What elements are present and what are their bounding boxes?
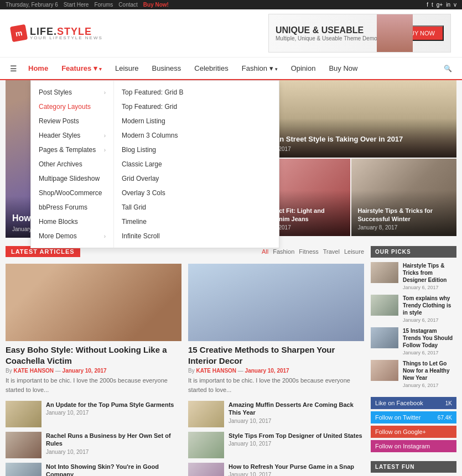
featured-article-2-author[interactable]: KATE HANSON [196, 368, 236, 374]
list-item-5-title[interactable]: Style Tips From Top Designer of United S… [229, 432, 364, 440]
our-picks-item-1-title[interactable]: Hairstyle Tips & Tricks from Designer Ed… [403, 262, 456, 284]
featured-article-2-image[interactable] [188, 264, 364, 341]
list-item-1-title[interactable]: An Update for the Top Puma Style Garment… [46, 401, 181, 409]
hero-br-article[interactable]: Hairstyle Tips & Tricks for Successful W… [351, 159, 457, 236]
dropdown-infinite-scroll[interactable]: Infinite Scroll [114, 229, 197, 243]
filter-travel[interactable]: Travel [323, 248, 340, 255]
our-picks-section: OUR PICKS Hairstyle Tips & Tricks from D… [371, 246, 456, 388]
filter-fitness[interactable]: Fitness [299, 248, 318, 255]
logo-icon: m [10, 24, 28, 42]
featured-article-2-meta: By KATE HANSON — January 10, 2017 [188, 368, 364, 374]
dropdown-top-featured-b[interactable]: Top Featured: Grid B [114, 85, 197, 100]
hero-br-title: Hairstyle Tips & Tricks for Successful W… [358, 207, 450, 223]
hamburger-menu[interactable]: ☰ [6, 59, 22, 79]
list-item-2-date: January 10, 2017 [46, 449, 181, 455]
article-list-col-1: An Update for the Top Puma Style Garment… [6, 401, 181, 476]
search-icon[interactable]: 🔍 [439, 60, 456, 77]
filter-fashion[interactable]: Fashion [273, 248, 294, 255]
dropdown-timeline[interactable]: Timeline [114, 215, 197, 229]
nav-home[interactable]: Home [22, 57, 55, 79]
main-left: LATEST ARTICLES All Fashion Fitness Trav… [6, 246, 364, 476]
top-bar-link-start[interactable]: Start Here [64, 2, 89, 8]
social-vk-icon[interactable]: v [454, 2, 456, 8]
nav-celebrities[interactable]: Celebrities [188, 57, 235, 79]
top-bar-link-contact[interactable]: Contact [118, 2, 137, 8]
dropdown-modern-3col[interactable]: Modern 3 Columns [114, 128, 197, 143]
list-item-1-thumb[interactable] [6, 401, 41, 427]
dropdown-more-demos[interactable]: More Demos› [31, 229, 113, 243]
list-item-2-thumb[interactable] [6, 432, 41, 458]
twitter-label: Follow on Twitter [375, 414, 421, 421]
social-in-icon[interactable]: in [446, 2, 450, 8]
featured-article-1-image[interactable] [6, 264, 181, 341]
dropdown-multipage[interactable]: Multipage Slideshow [31, 171, 113, 186]
dropdown-pages-templates[interactable]: Pages & Templates› [31, 143, 113, 157]
our-picks-thumb-4[interactable] [371, 360, 398, 381]
our-picks-thumb-1[interactable] [371, 262, 398, 283]
social-gp-icon[interactable]: g+ [437, 2, 443, 8]
instagram-follow-button[interactable]: Follow on Instagram [371, 440, 456, 452]
main-content: LATEST ARTICLES All Fashion Fitness Trav… [0, 238, 462, 476]
googleplus-follow-button[interactable]: Follow on Google+ [371, 426, 456, 438]
social-tw-icon[interactable]: t [432, 2, 433, 8]
hero-tr-title: American Street Style is Taking Over in … [251, 135, 450, 144]
dropdown-grid-overlay[interactable]: Grid Overlay [114, 171, 197, 186]
featured-article-1-author[interactable]: KATE HANSON [13, 368, 54, 374]
dropdown-tall-grid[interactable]: Tall Grid [114, 200, 197, 215]
banner-ad-title: UniQuE & USEABLE [276, 25, 380, 35]
top-bar-link-buynow[interactable]: Buy Now! [143, 2, 169, 8]
facebook-follow-button[interactable]: Like on Facebook 1K [371, 397, 456, 409]
our-picks-thumb-3[interactable] [371, 327, 398, 348]
dropdown-col-2: Top Featured: Grid B Top Featured: Grid … [114, 81, 197, 248]
facebook-count: 1K [445, 400, 452, 406]
nav-features[interactable]: Features ▾ [55, 57, 108, 79]
banner-ad: UniQuE & USEABLE Multiple, Unique & Usea… [268, 14, 451, 53]
list-item-6-title[interactable]: How to Refresh Your Purse Game in a Snap [229, 463, 364, 470]
dropdown-blog-listing[interactable]: Blog Listing [114, 143, 197, 157]
dropdown-post-styles[interactable]: Post Styles› [31, 85, 113, 100]
dropdown-classic-large[interactable]: Classic Large [114, 157, 197, 171]
our-picks-item-3-title[interactable]: 15 Instagram Trends You Should Follow To… [403, 327, 456, 349]
dropdown-home-blocks[interactable]: Home Blocks [31, 215, 113, 229]
featured-article-1-excerpt: It is important to be chic. I love the 2… [6, 376, 181, 394]
list-item-6-thumb[interactable] [188, 463, 224, 476]
nav-fashion[interactable]: Fashion ▾ [235, 57, 284, 79]
list-item-1-date: January 10, 2017 [46, 410, 181, 416]
list-item-5-date: January 10, 2017 [229, 441, 364, 447]
filter-leisure[interactable]: Leisure [344, 248, 364, 255]
list-item-3-thumb[interactable] [6, 463, 41, 476]
featured-article-1-title[interactable]: Easy Boho Style: Without Looking Like a … [6, 344, 181, 366]
dropdown-review-posts[interactable]: Review Posts [31, 114, 113, 128]
latest-fun-section: LATEST FUN Summer Style: Chunky Knit For… [371, 461, 456, 476]
list-item-3-title[interactable]: Not Into Showing Skin? You're in Good Co… [46, 463, 181, 476]
social-section: Like on Facebook 1K Follow on Twitter 67… [371, 397, 456, 452]
filter-all[interactable]: All [262, 248, 268, 255]
nav-leisure[interactable]: Leisure [108, 57, 146, 79]
list-item-4-thumb[interactable] [188, 401, 224, 427]
top-bar-social: f t g+ in v [427, 2, 456, 8]
featured-article-2-excerpt: It is important to be chic. I love the 2… [188, 376, 364, 394]
nav-opinion[interactable]: Opinion [284, 57, 323, 79]
dropdown-modern-listing[interactable]: Modern Listing [114, 114, 197, 128]
dropdown-shop[interactable]: Shop/WooCommerce [31, 186, 113, 200]
list-item-2-title[interactable]: Rachel Runs a Business by Her Own Set of… [46, 432, 181, 448]
list-item-4-title[interactable]: Amazing Muffin Desserts Are Coming Back … [229, 401, 364, 417]
dropdown-other-archives[interactable]: Other Archives [31, 157, 113, 171]
dropdown-header-styles[interactable]: Header Styles› [31, 128, 113, 143]
twitter-follow-button[interactable]: Follow on Twitter 67.4K [371, 411, 456, 423]
dropdown-top-featured[interactable]: Top Featured: Grid [114, 100, 197, 114]
dropdown-overlay-3cols[interactable]: Overlay 3 Cols [114, 186, 197, 200]
dropdown-category-layouts[interactable]: Category Layouts [31, 100, 113, 114]
social-fb-icon[interactable]: f [427, 2, 428, 8]
our-picks-item-4-title[interactable]: Things to Let Go Now for a Healthy New Y… [403, 360, 456, 381]
featured-article-2-title[interactable]: 15 Creative Methods to Sharpen Your Inte… [188, 344, 364, 366]
list-item-5-thumb[interactable] [188, 432, 224, 458]
our-picks-item-2-title[interactable]: Tom explains why Trendy Clothing is in s… [403, 295, 456, 316]
dropdown-bbpress[interactable]: bbPress Forums [31, 200, 113, 215]
hero-br-date: January 8, 2017 [358, 224, 450, 231]
nav-business[interactable]: Business [146, 57, 188, 79]
our-picks-thumb-2[interactable] [371, 295, 398, 316]
top-bar-link-forums[interactable]: Forums [94, 2, 113, 8]
dropdown-col-1: Post Styles› Category Layouts Review Pos… [31, 81, 114, 248]
nav-buynow[interactable]: Buy Now [322, 57, 364, 79]
